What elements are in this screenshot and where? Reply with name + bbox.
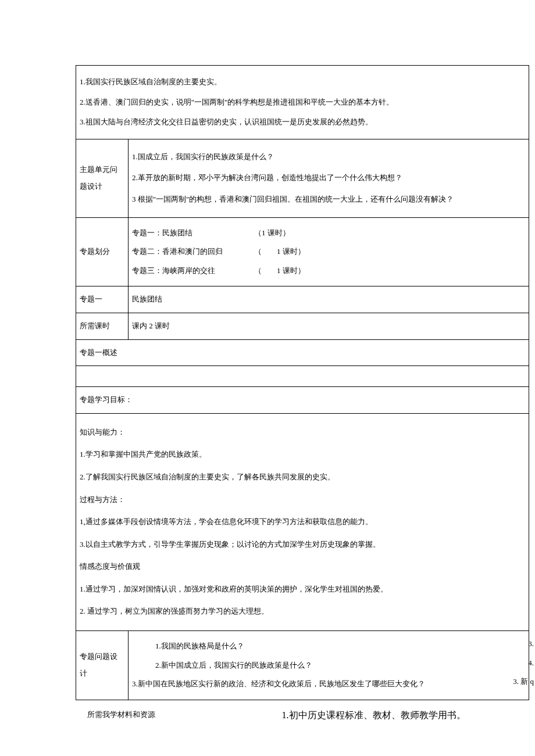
top-points-cell: 1.我国实行民族区域自治制度的主要史实。 2.送香港、澳门回归的史实，说明"一国…: [76, 66, 529, 139]
process-label: 过程与方法：: [80, 492, 525, 508]
learning-goals-label: 专题学习目标：: [76, 387, 529, 414]
topic-division-content: 专题一：民族团结 （1 课时） 专题二：香港和澳门的回归 （ 1 课时） 专题三…: [129, 217, 529, 286]
topic-question-2: 2.新中国成立后，我国实行的民族政策是什么？: [132, 657, 525, 674]
knowledge-label: 知识与能力：: [80, 424, 525, 441]
topic-question-3: 3.新中国在民族地区实行新的政治、经济和文化政策后，民族地区发生了哪些巨大变化？: [132, 676, 525, 693]
process-2: 3.以自主式教学方式，引导学生掌握历史现象；以讨论的方式加深学生对历史现象的掌握…: [80, 536, 525, 553]
unit-questions-label: 主题单元问题设计: [76, 139, 129, 217]
unit-question-2: 2.革开放的新时期，邓小平为解决台湾问题，创造性地提出了一个什么伟大构想？: [132, 170, 525, 187]
process-1: 1,通过多媒体手段创设情境等方法，学会在信息化环境下的学习方法和获取信息的能力。: [80, 514, 525, 531]
unit-question-3: 3 根据"一国两制"的构想，香港和澳门回归祖国。在祖国的统一大业上，还有什么问题…: [132, 191, 525, 208]
materials-label: 所需我学材料和资源: [87, 710, 212, 722]
topic-1-name: 专题一：民族团结: [132, 225, 254, 242]
overflow-1: 3.: [513, 636, 534, 653]
topic-question-1: 1.我国的民族格局是什么？: [132, 638, 525, 655]
emotion-1: 1.通过学习，加深对国情认识，加强对党和政府的英明决策的拥护，深化学生对祖国的热…: [80, 581, 525, 598]
unit-questions-content: 1.国成立后，我国实行的民族政策是什么？ 2.革开放的新时期，邓小平为解决台湾问…: [129, 139, 529, 217]
topic-one-label: 专题一: [76, 286, 129, 313]
lesson-plan-table: 1.我国实行民族区域自治制度的主要史实。 2.送香港、澳门回归的史实，说明"一国…: [76, 65, 529, 700]
topic-row-3: 专题三：海峡两岸的交往 （ 1 课时）: [132, 263, 525, 280]
blank-row: [76, 366, 529, 387]
class-hours-value: 课内 2 课时: [129, 313, 529, 339]
knowledge-2: 2.了解我国实行民族区域自治制度的主要史实，了解各民族共同发展的史实。: [80, 469, 525, 486]
topic-row-1: 专题一：民族团结 （1 课时）: [132, 225, 525, 242]
knowledge-1: 1.学习和掌握中国共产党的民族政策。: [80, 446, 525, 463]
top-point-2: 2.送香港、澳门回归的史实，说明"一国两制"的科学构想是推进祖国和平统一大业的基…: [80, 94, 525, 111]
topic-questions-content: 1.我国的民族格局是什么？ 2.新中国成立后，我国实行的民族政策是什么？ 3.新…: [129, 631, 529, 700]
topic-2-time: （ 1 课时）: [254, 243, 525, 260]
topic-overview-label: 专题一概述: [76, 339, 529, 366]
topic-division-label: 专题划分: [76, 217, 129, 286]
footer-row: 所需我学材料和资源 1.初中历史课程标准、教材、教师教学用书。: [87, 710, 535, 722]
topic-row-2: 专题二：香港和澳门的回归 （ 1 课时）: [132, 243, 525, 260]
topic-questions-label: 专题问题设计: [76, 631, 129, 700]
topic-1-time: （1 课时）: [254, 225, 525, 242]
top-point-1: 1.我国实行民族区域自治制度的主要史实。: [80, 74, 525, 91]
objectives-cell: 知识与能力： 1.学习和掌握中国共产党的民族政策。 2.了解我国实行民族区域自治…: [76, 413, 529, 630]
topic-2-name: 专题二：香港和澳门的回归: [132, 243, 254, 260]
top-point-3: 3.祖国大陆与台湾经济文化交往日益密切的史实，认识祖国统一是历史发展的必然趋势。: [80, 114, 525, 131]
emotion-2: 2. 通过学习，树立为国家的强盛而努力学习的远大理想。: [80, 603, 525, 620]
topic-3-time: （ 1 课时）: [254, 263, 525, 280]
materials-content: 1.初中历史课程标准、教材、教师教学用书。: [212, 710, 535, 722]
topic-one-value: 民族团结: [129, 286, 529, 313]
unit-question-1: 1.国成立后，我国实行的民族政策是什么？: [132, 149, 525, 166]
overflow-2: 4.: [513, 655, 534, 672]
class-hours-label: 所需课时: [76, 313, 129, 339]
overflow-3: 3. 新 q: [513, 673, 534, 690]
overflow-text: 3. 4. 3. 新 q: [513, 633, 534, 693]
topic-3-name: 专题三：海峡两岸的交往: [132, 263, 254, 280]
emotion-label: 情感态度与价值观: [80, 558, 525, 575]
